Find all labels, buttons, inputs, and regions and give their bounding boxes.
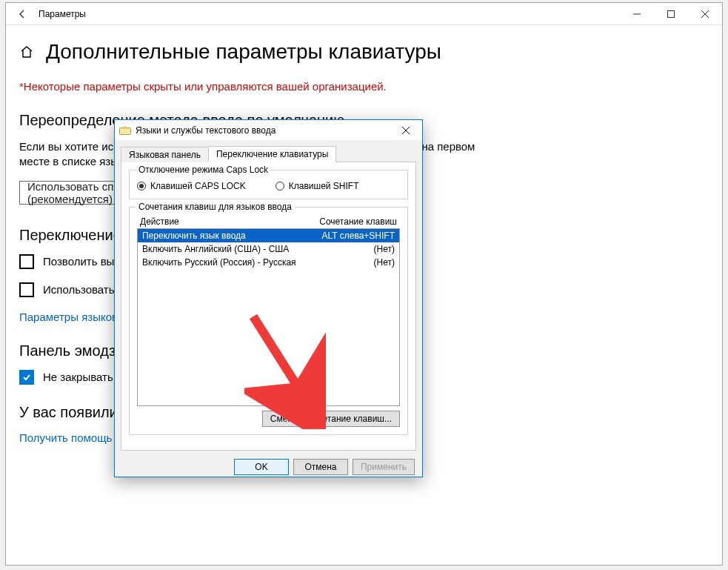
row-action: Включить Английский (США) - США [142,244,289,254]
close-button[interactable] [688,3,722,25]
minimize-button[interactable] [620,3,654,25]
apply-button[interactable]: Применить [353,459,415,475]
capslock-group: Отключение режима Caps Lock Клавишей CAP… [129,170,408,199]
row-action: Переключить язык ввода [142,231,246,241]
settings-titlebar: Параметры [6,3,722,25]
row-hotkey: (Нет) [374,244,395,254]
capslock-legend: Отключение режима Caps Lock [136,165,271,175]
tab-language-bar[interactable]: Языковая панель [121,147,209,162]
row-hotkey: (Нет) [374,257,395,268]
text-services-dialog: Языки и службы текстового ввода Языковая… [114,119,423,477]
dialog-title: Языки и службы текстового ввода [136,125,275,136]
cancel-button[interactable]: Отмена [293,459,348,475]
list-row[interactable]: Включить Русский (Россия) - Русская (Нет… [138,256,399,269]
hotkeys-group: Сочетания клавиш для языков ввода Действ… [129,207,408,435]
radio-capslock-label: Клавишей CAPS LOCK [150,181,246,191]
tab-panel: Отключение режима Caps Lock Клавишей CAP… [121,162,416,451]
page-title: Дополнительные параметры клавиатуры [46,40,441,64]
row-hotkey: ALT слева+SHIFT [322,231,395,241]
tab-keyboard-switch[interactable]: Переключение клавиатуры [208,146,336,162]
row-action: Включить Русский (Россия) - Русская [142,257,296,268]
dialog-footer: OK Отмена Применить [115,457,422,477]
maximize-button[interactable] [654,3,688,25]
col-hotkey: Сочетание клавиш [319,216,397,227]
svg-point-3 [124,126,127,129]
hotkeys-legend: Сочетания клавиш для языков ввода [136,202,295,212]
list-row[interactable]: Включить Английский (США) - США (Нет) [138,242,399,256]
svg-rect-1 [668,10,675,17]
checkbox-emoji-autoclose[interactable] [19,370,34,385]
dialog-titlebar: Языки и службы текстового ввода [115,120,422,141]
col-action: Действие [140,216,179,227]
dialog-tabstrip: Языковая панель Переключение клавиатуры [121,145,416,162]
change-hotkey-button[interactable]: Сменить сочетание клавиш... [262,411,400,427]
hotkeys-listbox[interactable]: Переключить язык ввода ALT слева+SHIFT В… [137,228,400,406]
checkbox-language-bar[interactable] [19,282,34,297]
ok-button[interactable]: OK [234,459,289,475]
keyboard-icon [119,125,131,136]
radio-capslock[interactable]: Клавишей CAPS LOCK [137,181,246,191]
checkbox-per-app[interactable] [19,254,34,269]
radio-shift[interactable]: Клавишей SHIFT [275,181,359,191]
home-icon[interactable] [19,44,34,59]
dialog-close-button[interactable] [390,120,422,141]
window-title: Параметры [39,9,86,19]
back-button[interactable] [6,3,39,25]
radio-shift-label: Клавишей SHIFT [289,181,359,191]
org-warning: *Некоторые параметры скрыты или управляю… [19,80,709,93]
list-row[interactable]: Переключить язык ввода ALT слева+SHIFT [138,229,399,242]
